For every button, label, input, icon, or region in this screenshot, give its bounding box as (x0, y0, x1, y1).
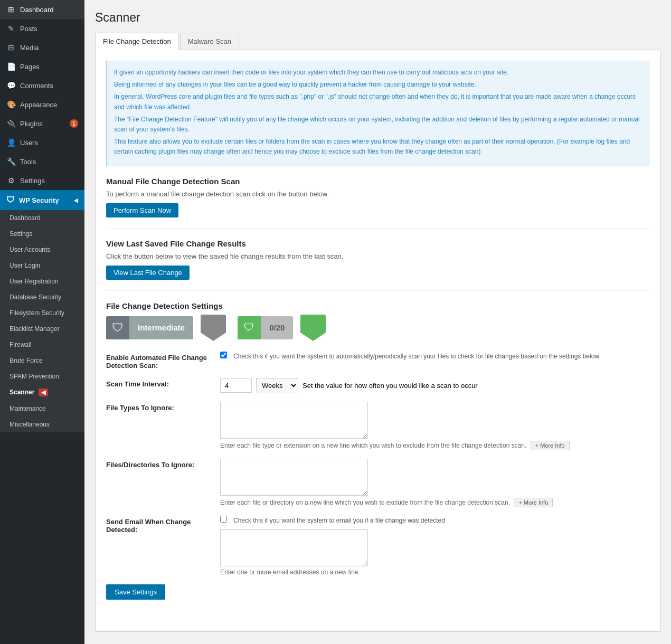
sidebar-item-label: Appearance (20, 101, 57, 109)
sidebar-item-dashboard[interactable]: ⊞ Dashboard (0, 0, 84, 19)
appearance-icon: 🎨 (6, 100, 16, 109)
enable-automated-control: Check this if you want the system to aut… (220, 352, 649, 361)
pages-icon: 📄 (6, 62, 16, 71)
sub-menu-item-sub-brute-force[interactable]: Brute Force (0, 353, 84, 368)
sub-menu-item-sub-blacklist-manager[interactable]: Blacklist Manager (0, 321, 84, 337)
tab-malware-scan[interactable]: Malware Scan (180, 33, 239, 50)
sidebar-item-label: Media (20, 44, 39, 52)
send-email-control: Check this if you want the system to ema… (220, 516, 649, 576)
sidebar-item-pages[interactable]: 📄 Pages (0, 57, 84, 76)
file-types-ignore-textarea[interactable] (220, 402, 368, 439)
sidebar-item-posts[interactable]: ✎ Posts (0, 19, 84, 38)
sidebar: ⊞ Dashboard ✎ Posts ⊟ Media 📄 Pages 💬 Co… (0, 0, 84, 644)
intermediate-badge-label: Intermediate (129, 316, 193, 339)
sub-menu: DashboardSettingsUser AccountsUser Login… (0, 210, 84, 432)
sub-menu-item-sub-user-registration[interactable]: User Registration (0, 273, 84, 289)
sidebar-item-settings[interactable]: ⚙ Settings (0, 171, 84, 190)
sub-menu-item-sub-spam-prevention[interactable]: SPAM Prevention (0, 368, 84, 384)
files-dirs-ignore-textarea[interactable] (220, 459, 368, 496)
sidebar-item-label: Users (20, 139, 38, 147)
tools-icon: 🔧 (6, 157, 16, 166)
ribbon-tail-intermediate (201, 333, 226, 341)
posts-icon: ✎ (6, 24, 16, 33)
sidebar-item-media[interactable]: ⊟ Media (0, 38, 84, 57)
scan-time-interval-row: Scan Time Interval: MinutesHoursDaysWeek… (106, 378, 649, 393)
enable-automated-label: Enable Automated File Change Detection S… (106, 352, 212, 370)
send-email-checkbox[interactable] (220, 516, 227, 523)
sub-menu-item-sub-filesystem-security[interactable]: Filesystem Security (0, 305, 84, 321)
enable-automated-checkbox-label[interactable]: Check this if you want the system to aut… (220, 352, 649, 361)
comments-icon: 💬 (6, 81, 16, 90)
files-dirs-more-info-button[interactable]: + More Info (514, 498, 553, 507)
file-types-ignore-control: Enter each file type or extension on a n… (220, 402, 649, 450)
save-settings-button[interactable]: Save Settings (106, 584, 165, 600)
sidebar-item-tools[interactable]: 🔧 Tools (0, 152, 84, 171)
scan-interval-unit-select[interactable]: MinutesHoursDaysWeeks (256, 378, 298, 393)
info-box-line: If given an opportunity hackers can inse… (114, 68, 641, 78)
shield-icon: 🛡 (6, 195, 15, 205)
info-box-line: The "File Change Detection Feature" will… (114, 115, 641, 135)
file-types-more-info-button[interactable]: + More Info (531, 441, 570, 450)
sub-menu-item-sub-miscellaneous[interactable]: Miscellaneous (0, 416, 84, 432)
send-email-checkbox-text: Check this if you want the system to ema… (233, 516, 445, 525)
media-icon: ⊟ (6, 43, 16, 52)
scan-time-interval-control: MinutesHoursDaysWeeks Set the value for … (220, 378, 649, 393)
view-last-file-change-button[interactable]: View Last File Change (106, 266, 190, 280)
scan-time-interval-label: Scan Time Interval: (106, 378, 212, 388)
dashboard-icon: ⊞ (6, 5, 16, 14)
sidebar-item-label: Posts (20, 25, 37, 33)
sub-menu-item-sub-settings[interactable]: Settings (0, 226, 84, 242)
sub-menu-item-sub-database-security[interactable]: Database Security (0, 289, 84, 305)
scan-time-inline: MinutesHoursDaysWeeks Set the value for … (220, 378, 649, 393)
wp-security-label: WP Security (19, 196, 59, 204)
view-last-section: View Last Saved File Change Results Clic… (106, 239, 649, 291)
info-box-line: Being informed of any changes in your fi… (114, 80, 641, 90)
sidebar-item-label: Plugins (20, 120, 43, 128)
scan-interval-input[interactable] (220, 378, 252, 393)
ribbon-score (300, 315, 326, 341)
save-settings-wrap: Save Settings (106, 584, 649, 600)
sub-menu-item-sub-firewall[interactable]: Firewall (0, 337, 84, 353)
sidebar-item-users[interactable]: 👤 Users (0, 133, 84, 152)
sidebar-item-appearance[interactable]: 🎨 Appearance (0, 95, 84, 114)
files-dirs-ignore-hint: Enter each file or directory on a new li… (220, 498, 649, 507)
ribbon-tail-score (300, 333, 326, 341)
page-title: Scanner (95, 11, 660, 25)
ribbon-body-score (300, 315, 326, 333)
sub-menu-item-sub-user-login[interactable]: User Login (0, 258, 84, 273)
wp-security-header[interactable]: 🛡 WP Security ◀ (0, 190, 84, 210)
sidebar-item-plugins[interactable]: 🔌 Plugins 1 (0, 114, 84, 133)
files-dirs-ignore-row: Files/Directories To Ignore: Enter each … (106, 459, 649, 507)
badge-row: 🛡 Intermediate 🛡 0/20 (106, 315, 649, 341)
info-box-line: This feature also allows you to exclude … (114, 137, 641, 157)
enable-automated-checkbox[interactable] (220, 352, 227, 358)
sub-menu-item-sub-user-accounts[interactable]: User Accounts (0, 242, 84, 258)
manual-scan-section: Manual File Change Detection Scan To per… (106, 177, 649, 229)
sub-menu-item-sub-scanner[interactable]: Scanner ◀ (0, 384, 84, 401)
scan-interval-hint: Set the value for how often you would li… (303, 382, 478, 390)
chevron-icon: ◀ (74, 197, 78, 203)
enable-automated-row: Enable Automated File Change Detection S… (106, 352, 649, 370)
tab-file-change-detection[interactable]: File Change Detection (95, 33, 179, 50)
plugins-icon: 🔌 (6, 119, 16, 128)
settings-section: File Change Detection Settings 🛡 Interme… (106, 301, 649, 610)
sub-menu-item-sub-dashboard[interactable]: Dashboard (0, 210, 84, 226)
score-badge: 🛡 0/20 (238, 316, 293, 339)
settings-icon: ⚙ (6, 176, 16, 185)
sub-menu-item-sub-maintenance[interactable]: Maintenance (0, 401, 84, 416)
send-email-textarea[interactable] (220, 529, 368, 566)
file-types-ignore-row: File Types To Ignore: Enter each file ty… (106, 402, 649, 450)
send-email-checkbox-label[interactable]: Check this if you want the system to ema… (220, 516, 649, 525)
ribbon-intermediate (201, 315, 226, 341)
sidebar-item-label: Dashboard (20, 6, 54, 14)
main-content: Scanner File Change DetectionMalware Sca… (84, 0, 671, 644)
sidebar-item-label: Tools (20, 158, 36, 166)
sidebar-item-label: Settings (20, 177, 45, 185)
perform-scan-button[interactable]: Perform Scan Now (106, 203, 178, 217)
send-email-hint: Enter one or more email addresses on a n… (220, 569, 649, 576)
sidebar-item-comments[interactable]: 💬 Comments (0, 76, 84, 95)
info-box: If given an opportunity hackers can inse… (106, 61, 649, 166)
info-box-line: In general, WordPress core and plugin fi… (114, 92, 641, 112)
file-types-ignore-label: File Types To Ignore: (106, 402, 212, 412)
files-dirs-ignore-control: Enter each file or directory on a new li… (220, 459, 649, 507)
